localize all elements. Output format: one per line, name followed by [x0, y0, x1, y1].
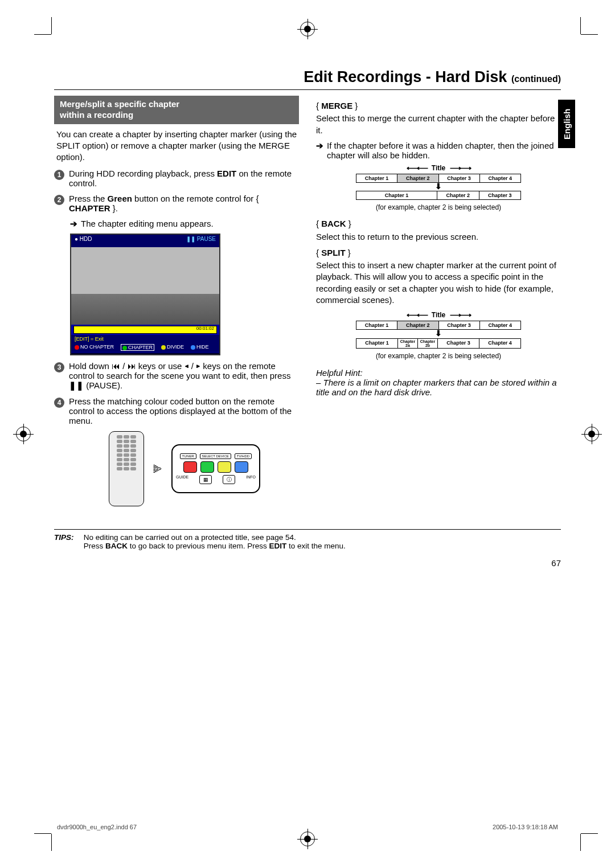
- down-arrow-icon: ⬇: [356, 183, 521, 190]
- back-desc: Select this to return to the previous sc…: [316, 231, 561, 243]
- section-callout: Merge/split a specific chapter within a …: [54, 96, 299, 124]
- arrow-right-icon: ⟶⟶: [450, 163, 470, 173]
- arrow-right-icon: ➔: [316, 141, 323, 160]
- back-heading: { BACK }: [316, 218, 561, 230]
- skip-keys-icon: ⏮ / ⏭: [112, 361, 136, 371]
- split-diagram: ⟵⟵ Title ⟶⟶ Chapter 1 Chapter 2 Chapter …: [356, 310, 521, 349]
- remote-control-icon: [109, 431, 144, 506]
- info-button-icon: ⓘ: [223, 475, 235, 484]
- step-2-result: ➔ The chapter editing menu appears.: [70, 219, 299, 229]
- step-bullet-icon: 3: [54, 362, 64, 372]
- title-main: Edit Recordings - Hard Disk: [304, 68, 507, 85]
- tips-footer: TIPS: No editing can be carried out on a…: [54, 529, 561, 550]
- red-button-icon: [183, 461, 197, 473]
- arrow-right-icon: ➔: [70, 219, 77, 229]
- merge-note: ➔ If the chapter before it was a hidden …: [316, 141, 561, 160]
- title-continued: (continued): [511, 74, 561, 84]
- arrow-keys-icon: ◀ / ▶: [184, 361, 201, 371]
- pause-icon: ❚❚: [69, 380, 84, 390]
- registration-mark-icon: [300, 832, 315, 846]
- step-4: 4 Press the matching colour coded button…: [54, 396, 299, 425]
- merge-desc: Select this to merge the current chapter…: [316, 113, 561, 136]
- arrow-right-icon: ⟶⟶: [450, 310, 470, 320]
- arrow-left-icon: ⟵⟵: [407, 310, 427, 320]
- down-arrow-icon: ⬇: [356, 330, 521, 337]
- remote-illustration: ⫸ TUNERSELECT DEVICETV/HDD GUIDE ▦ ⓘ: [70, 431, 299, 506]
- helpful-hint: Helpful Hint: – There is a limit on chap…: [316, 368, 561, 397]
- blue-button-icon: [235, 461, 248, 473]
- footer-file: dvdr9000h_eu_eng2.indd 67: [57, 824, 137, 830]
- merge-diagram: ⟵⟵ Title ⟶⟶ Chapter 1 Chapter 2 Chapter …: [356, 163, 521, 200]
- guide-button-icon: ▦: [199, 475, 212, 484]
- crop-mark: [34, 833, 51, 834]
- pointing-hand-icon: ⫸: [152, 462, 163, 476]
- step-bullet-icon: 4: [54, 398, 64, 408]
- footer-metadata: dvdr9000h_eu_eng2.indd 67 2005-10-13 9:1…: [57, 824, 558, 830]
- intro-text: You can create a chapter by inserting ch…: [56, 129, 299, 163]
- arrow-left-icon: ⟵⟵: [407, 163, 427, 173]
- page-number: 67: [54, 558, 561, 568]
- footer-timestamp: 2005-10-13 9:18:18 AM: [493, 824, 558, 830]
- color-button-pad: TUNERSELECT DEVICETV/HDD GUIDE ▦ ⓘ INFO: [171, 444, 260, 493]
- merge-caption: (for example, chapter 2 is being selecte…: [316, 203, 561, 211]
- step-bullet-icon: 1: [54, 170, 64, 180]
- step-2: 2 Press the Green button on the remote c…: [54, 194, 299, 213]
- step-1: 1 During HDD recording playback, press E…: [54, 169, 299, 188]
- split-caption: (for example, chapter 2 is being selecte…: [316, 352, 561, 360]
- yellow-button-icon: [218, 461, 231, 473]
- step-3: 3 Hold down ⏮ / ⏭ keys or use ◀ / ▶ keys…: [54, 361, 299, 391]
- crop-mark: [580, 834, 581, 851]
- split-heading: { SPLIT }: [316, 247, 561, 259]
- step-bullet-icon: 2: [54, 195, 64, 205]
- split-desc: Select this to insert a new chapter mark…: [316, 260, 561, 306]
- green-button-icon: [200, 461, 214, 473]
- crop-mark: [581, 833, 598, 834]
- chapter-edit-screenshot: ● HDD ❚❚ PAUSE 00:01:02 [EDIT] = Exit NO…: [70, 234, 220, 355]
- page-title: Edit Recordings - Hard Disk (continued): [54, 68, 561, 90]
- crop-mark: [51, 834, 52, 851]
- merge-heading: { MERGE }: [316, 100, 561, 112]
